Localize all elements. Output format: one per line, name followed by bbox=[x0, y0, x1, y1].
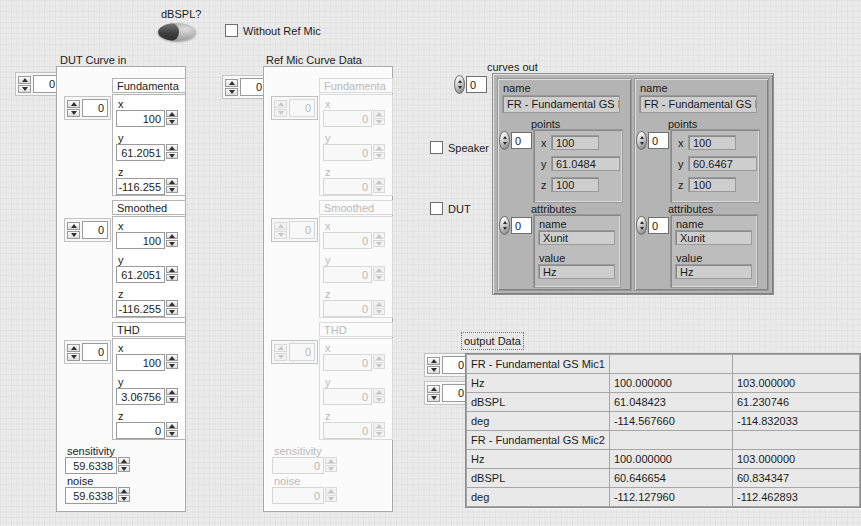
z-value[interactable]: -116.255 bbox=[116, 178, 165, 195]
table-cell[interactable]: FR - Fundamental GS Mic2 bbox=[467, 431, 610, 450]
smoothed-index-control[interactable]: 0 bbox=[64, 218, 111, 242]
curve-name-field[interactable]: FR - Fundamental GS Mic2 bbox=[639, 95, 757, 113]
increment-button[interactable] bbox=[166, 388, 178, 395]
attr-name-value[interactable]: Xunit bbox=[538, 230, 615, 245]
round-spinner[interactable] bbox=[636, 216, 647, 235]
table-cell[interactable] bbox=[733, 431, 860, 450]
noise-value[interactable]: 59.6338 bbox=[65, 487, 117, 504]
increment-button[interactable] bbox=[166, 144, 178, 151]
table-cell[interactable]: -112.127960 bbox=[609, 488, 732, 507]
x-value[interactable]: 100 bbox=[116, 232, 165, 249]
table-cell[interactable]: Hz bbox=[467, 374, 610, 393]
ref-mic-index-control[interactable]: 0 bbox=[222, 75, 269, 99]
table-cell[interactable]: Hz bbox=[467, 450, 610, 469]
decrement-button[interactable] bbox=[166, 274, 178, 281]
y-value[interactable]: 61.2051 bbox=[116, 144, 165, 161]
points-index-control[interactable]: 0 bbox=[499, 131, 532, 150]
decrement-button[interactable] bbox=[166, 430, 178, 437]
increment-button[interactable] bbox=[67, 222, 80, 230]
points-index-control[interactable]: 0 bbox=[636, 131, 669, 150]
x-value[interactable]: 100 bbox=[116, 354, 165, 371]
increment-button[interactable] bbox=[427, 385, 440, 393]
index-value[interactable]: 0 bbox=[82, 99, 108, 117]
index-value[interactable]: 0 bbox=[511, 132, 532, 149]
increment-button[interactable] bbox=[67, 100, 80, 108]
increment-button[interactable] bbox=[118, 457, 130, 464]
table-cell[interactable] bbox=[733, 355, 860, 374]
increment-button[interactable] bbox=[166, 300, 178, 307]
table-cell[interactable]: 103.000000 bbox=[733, 450, 860, 469]
increment-button[interactable] bbox=[67, 344, 80, 352]
y-value[interactable]: 3.06756 bbox=[116, 388, 165, 405]
increment-button[interactable] bbox=[166, 266, 178, 273]
increment-button[interactable] bbox=[18, 76, 31, 84]
round-spinner[interactable] bbox=[499, 216, 510, 235]
x-numeric-control[interactable]: 100 bbox=[116, 354, 178, 371]
table-cell[interactable]: 103.000000 bbox=[733, 374, 860, 393]
table-cell[interactable]: 100.000000 bbox=[609, 450, 732, 469]
table-cell[interactable]: deg bbox=[467, 412, 610, 431]
index-value[interactable]: 0 bbox=[82, 343, 108, 361]
decrement-button[interactable] bbox=[166, 396, 178, 403]
z-numeric-control[interactable]: -116.255 bbox=[116, 300, 178, 317]
dbspl-toggle-switch[interactable] bbox=[158, 23, 196, 41]
attributes-index-control[interactable]: 0 bbox=[499, 216, 532, 235]
decrement-button[interactable] bbox=[67, 353, 80, 361]
output-data-row-index-control[interactable]: 0 bbox=[424, 353, 471, 377]
output-data-label[interactable]: output Data bbox=[464, 335, 521, 347]
attributes-index-control[interactable]: 0 bbox=[636, 216, 669, 235]
x-value[interactable]: 100 bbox=[688, 135, 736, 150]
table-cell[interactable] bbox=[609, 431, 732, 450]
output-data-col-index-control[interactable]: 0 bbox=[424, 381, 471, 405]
increment-button[interactable] bbox=[166, 110, 178, 117]
table-cell[interactable] bbox=[609, 355, 732, 374]
attr-value-value[interactable]: Hz bbox=[538, 264, 615, 279]
decrement-button[interactable] bbox=[166, 308, 178, 315]
curves-out-index-control[interactable]: 0 bbox=[454, 75, 487, 94]
y-numeric-control[interactable]: 61.2051 bbox=[116, 144, 178, 161]
decrement-button[interactable] bbox=[18, 85, 31, 93]
decrement-button[interactable] bbox=[427, 366, 440, 374]
without-ref-mic-checkbox[interactable]: Without Ref Mic bbox=[225, 24, 321, 37]
index-value[interactable]: 0 bbox=[82, 221, 108, 239]
curve-name-field[interactable]: FR - Fundamental GS Mic1 bbox=[502, 95, 620, 113]
x-numeric-control[interactable]: 100 bbox=[116, 232, 178, 249]
table-cell[interactable]: -114.567660 bbox=[609, 412, 732, 431]
z-value[interactable]: 100 bbox=[688, 177, 736, 192]
table-cell[interactable]: -114.832033 bbox=[733, 412, 860, 431]
table-cell[interactable]: 60.646654 bbox=[609, 469, 732, 488]
decrement-button[interactable] bbox=[166, 240, 178, 247]
y-value[interactable]: 60.6467 bbox=[688, 156, 757, 171]
z-numeric-control[interactable]: -116.255 bbox=[116, 178, 178, 195]
decrement-button[interactable] bbox=[166, 362, 178, 369]
x-value[interactable]: 100 bbox=[116, 110, 165, 127]
increment-button[interactable] bbox=[166, 232, 178, 239]
y-value[interactable]: 61.0484 bbox=[551, 156, 620, 171]
decrement-button[interactable] bbox=[67, 231, 80, 239]
increment-button[interactable] bbox=[118, 487, 130, 494]
z-value[interactable]: 0 bbox=[116, 422, 165, 439]
table-cell[interactable]: deg bbox=[467, 488, 610, 507]
index-value[interactable]: 0 bbox=[648, 217, 669, 234]
decrement-button[interactable] bbox=[166, 152, 178, 159]
table-cell[interactable]: 61.048423 bbox=[609, 393, 732, 412]
attr-name-value[interactable]: Xunit bbox=[675, 230, 752, 245]
decrement-button[interactable] bbox=[166, 118, 178, 125]
decrement-button[interactable] bbox=[427, 394, 440, 402]
table-cell[interactable]: 61.230746 bbox=[733, 393, 860, 412]
x-value[interactable]: 100 bbox=[551, 135, 599, 150]
y-value[interactable]: 61.2051 bbox=[116, 266, 165, 283]
round-spinner[interactable] bbox=[499, 131, 510, 150]
table-cell[interactable]: -112.462893 bbox=[733, 488, 860, 507]
z-numeric-control[interactable]: 0 bbox=[116, 422, 178, 439]
increment-button[interactable] bbox=[225, 79, 238, 87]
dut-curve-in-index-control[interactable]: 0 bbox=[15, 72, 62, 96]
x-numeric-control[interactable]: 100 bbox=[116, 110, 178, 127]
fundamental-index-control[interactable]: 0 bbox=[64, 96, 111, 120]
decrement-button[interactable] bbox=[118, 465, 130, 472]
y-numeric-control[interactable]: 61.2051 bbox=[116, 266, 178, 283]
decrement-button[interactable] bbox=[166, 186, 178, 193]
increment-button[interactable] bbox=[427, 357, 440, 365]
table-cell[interactable]: 100.000000 bbox=[609, 374, 732, 393]
dut-checkbox[interactable]: DUT bbox=[430, 202, 471, 215]
